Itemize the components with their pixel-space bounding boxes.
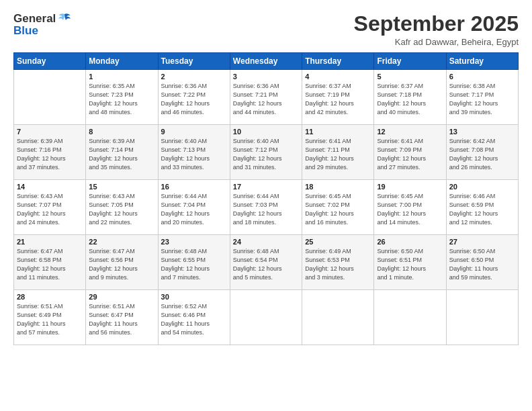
day-info: Sunrise: 6:50 AMSunset: 6:51 PMDaylight:… xyxy=(377,248,426,281)
table-row: 4Sunrise: 6:37 AMSunset: 7:19 PMDaylight… xyxy=(302,70,374,125)
table-row: 12Sunrise: 6:41 AMSunset: 7:09 PMDayligh… xyxy=(374,125,446,180)
table-row: 25Sunrise: 6:49 AMSunset: 6:53 PMDayligh… xyxy=(302,235,374,290)
day-info: Sunrise: 6:37 AMSunset: 7:18 PMDaylight:… xyxy=(377,83,426,116)
day-number: 19 xyxy=(377,183,443,191)
day-number: 2 xyxy=(161,73,227,81)
table-row: 17Sunrise: 6:44 AMSunset: 7:03 PMDayligh… xyxy=(230,180,302,235)
table-row: 26Sunrise: 6:50 AMSunset: 6:51 PMDayligh… xyxy=(374,235,446,290)
day-info: Sunrise: 6:47 AMSunset: 6:56 PMDaylight:… xyxy=(89,248,138,281)
table-row xyxy=(14,70,86,125)
table-row: 11Sunrise: 6:41 AMSunset: 7:11 PMDayligh… xyxy=(302,125,374,180)
title-block: September 2025 Kafr ad Dawwar, Beheira, … xyxy=(354,12,519,47)
location: Kafr ad Dawwar, Beheira, Egypt xyxy=(354,37,519,47)
col-wednesday: Wednesday xyxy=(230,53,302,70)
table-row: 30Sunrise: 6:52 AMSunset: 6:46 PMDayligh… xyxy=(158,290,230,345)
day-number: 28 xyxy=(17,293,83,301)
col-saturday: Saturday xyxy=(446,53,518,70)
day-info: Sunrise: 6:45 AMSunset: 7:02 PMDaylight:… xyxy=(305,193,354,226)
table-row: 18Sunrise: 6:45 AMSunset: 7:02 PMDayligh… xyxy=(302,180,374,235)
day-number: 22 xyxy=(89,238,154,246)
table-row: 21Sunrise: 6:47 AMSunset: 6:58 PMDayligh… xyxy=(14,235,86,290)
day-number: 29 xyxy=(89,293,154,301)
day-number: 5 xyxy=(377,73,443,81)
day-info: Sunrise: 6:36 AMSunset: 7:21 PMDaylight:… xyxy=(233,83,282,116)
col-sunday: Sunday xyxy=(14,53,86,70)
table-row xyxy=(374,290,446,345)
day-info: Sunrise: 6:44 AMSunset: 7:03 PMDaylight:… xyxy=(233,193,282,226)
day-number: 10 xyxy=(233,128,299,136)
table-row: 23Sunrise: 6:48 AMSunset: 6:55 PMDayligh… xyxy=(158,235,230,290)
day-number: 8 xyxy=(89,128,154,136)
calendar-week-row: 21Sunrise: 6:47 AMSunset: 6:58 PMDayligh… xyxy=(14,235,519,290)
day-info: Sunrise: 6:41 AMSunset: 7:09 PMDaylight:… xyxy=(377,138,426,171)
day-info: Sunrise: 6:42 AMSunset: 7:08 PMDaylight:… xyxy=(449,138,498,171)
calendar-table: Sunday Monday Tuesday Wednesday Thursday… xyxy=(13,52,519,345)
table-row: 7Sunrise: 6:39 AMSunset: 7:16 PMDaylight… xyxy=(14,125,86,180)
day-info: Sunrise: 6:39 AMSunset: 7:16 PMDaylight:… xyxy=(17,138,66,171)
day-number: 23 xyxy=(161,238,227,246)
table-row: 28Sunrise: 6:51 AMSunset: 6:49 PMDayligh… xyxy=(14,290,86,345)
day-number: 20 xyxy=(449,183,515,191)
day-info: Sunrise: 6:45 AMSunset: 7:00 PMDaylight:… xyxy=(377,193,426,226)
day-number: 18 xyxy=(305,183,371,191)
day-info: Sunrise: 6:39 AMSunset: 7:14 PMDaylight:… xyxy=(89,138,138,171)
day-number: 11 xyxy=(305,128,371,136)
day-number: 17 xyxy=(233,183,299,191)
day-number: 3 xyxy=(233,73,299,81)
table-row: 27Sunrise: 6:50 AMSunset: 6:50 PMDayligh… xyxy=(446,235,518,290)
day-number: 25 xyxy=(305,238,371,246)
day-info: Sunrise: 6:52 AMSunset: 6:46 PMDaylight:… xyxy=(161,303,210,336)
day-number: 24 xyxy=(233,238,299,246)
logo-general-text: General xyxy=(13,12,56,26)
table-row: 29Sunrise: 6:51 AMSunset: 6:47 PMDayligh… xyxy=(86,290,158,345)
day-info: Sunrise: 6:48 AMSunset: 6:54 PMDaylight:… xyxy=(233,248,282,281)
day-info: Sunrise: 6:40 AMSunset: 7:12 PMDaylight:… xyxy=(233,138,282,171)
calendar-week-row: 28Sunrise: 6:51 AMSunset: 6:49 PMDayligh… xyxy=(14,290,519,345)
calendar-header-row: Sunday Monday Tuesday Wednesday Thursday… xyxy=(14,53,519,70)
day-number: 26 xyxy=(377,238,443,246)
col-tuesday: Tuesday xyxy=(158,53,230,70)
day-info: Sunrise: 6:48 AMSunset: 6:55 PMDaylight:… xyxy=(161,248,210,281)
day-number: 27 xyxy=(449,238,515,246)
day-info: Sunrise: 6:49 AMSunset: 6:53 PMDaylight:… xyxy=(305,248,354,281)
table-row: 15Sunrise: 6:43 AMSunset: 7:05 PMDayligh… xyxy=(86,180,158,235)
day-info: Sunrise: 6:47 AMSunset: 6:58 PMDaylight:… xyxy=(17,248,66,281)
header: General Blue September 2025 Kafr ad Daww… xyxy=(13,12,519,47)
table-row: 13Sunrise: 6:42 AMSunset: 7:08 PMDayligh… xyxy=(446,125,518,180)
logo-bird-icon xyxy=(57,13,72,25)
day-number: 30 xyxy=(161,293,227,301)
col-monday: Monday xyxy=(86,53,158,70)
page: General Blue September 2025 Kafr ad Daww… xyxy=(0,0,532,411)
table-row: 10Sunrise: 6:40 AMSunset: 7:12 PMDayligh… xyxy=(230,125,302,180)
day-info: Sunrise: 6:46 AMSunset: 6:59 PMDaylight:… xyxy=(449,193,498,226)
logo: General Blue xyxy=(13,12,72,38)
table-row: 24Sunrise: 6:48 AMSunset: 6:54 PMDayligh… xyxy=(230,235,302,290)
table-row xyxy=(446,290,518,345)
table-row: 3Sunrise: 6:36 AMSunset: 7:21 PMDaylight… xyxy=(230,70,302,125)
table-row: 1Sunrise: 6:35 AMSunset: 7:23 PMDaylight… xyxy=(86,70,158,125)
day-number: 7 xyxy=(17,128,83,136)
day-info: Sunrise: 6:41 AMSunset: 7:11 PMDaylight:… xyxy=(305,138,354,171)
day-number: 1 xyxy=(89,73,154,81)
table-row: 19Sunrise: 6:45 AMSunset: 7:00 PMDayligh… xyxy=(374,180,446,235)
day-number: 16 xyxy=(161,183,227,191)
day-number: 14 xyxy=(17,183,83,191)
day-info: Sunrise: 6:43 AMSunset: 7:05 PMDaylight:… xyxy=(89,193,138,226)
day-info: Sunrise: 6:50 AMSunset: 6:50 PMDaylight:… xyxy=(449,248,498,281)
calendar-week-row: 1Sunrise: 6:35 AMSunset: 7:23 PMDaylight… xyxy=(14,70,519,125)
day-info: Sunrise: 6:35 AMSunset: 7:23 PMDaylight:… xyxy=(89,83,138,116)
calendar-week-row: 7Sunrise: 6:39 AMSunset: 7:16 PMDaylight… xyxy=(14,125,519,180)
table-row xyxy=(230,290,302,345)
day-number: 4 xyxy=(305,73,371,81)
day-info: Sunrise: 6:38 AMSunset: 7:17 PMDaylight:… xyxy=(449,83,498,116)
day-info: Sunrise: 6:51 AMSunset: 6:49 PMDaylight:… xyxy=(17,303,66,336)
calendar-week-row: 14Sunrise: 6:43 AMSunset: 7:07 PMDayligh… xyxy=(14,180,519,235)
day-info: Sunrise: 6:43 AMSunset: 7:07 PMDaylight:… xyxy=(17,193,66,226)
table-row: 2Sunrise: 6:36 AMSunset: 7:22 PMDaylight… xyxy=(158,70,230,125)
table-row: 22Sunrise: 6:47 AMSunset: 6:56 PMDayligh… xyxy=(86,235,158,290)
day-info: Sunrise: 6:36 AMSunset: 7:22 PMDaylight:… xyxy=(161,83,210,116)
day-number: 6 xyxy=(449,73,515,81)
table-row: 8Sunrise: 6:39 AMSunset: 7:14 PMDaylight… xyxy=(86,125,158,180)
day-info: Sunrise: 6:40 AMSunset: 7:13 PMDaylight:… xyxy=(161,138,210,171)
day-info: Sunrise: 6:44 AMSunset: 7:04 PMDaylight:… xyxy=(161,193,210,226)
